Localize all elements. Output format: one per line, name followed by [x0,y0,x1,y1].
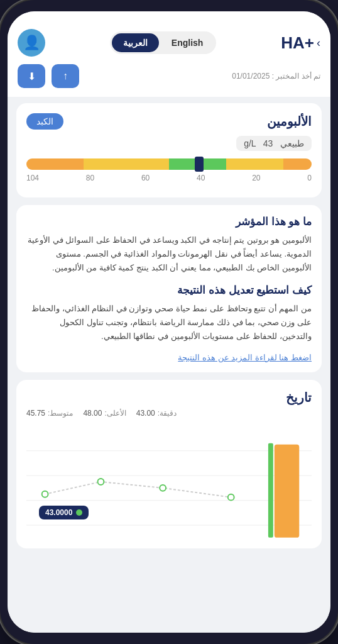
max-value: 48.00 [83,409,102,418]
share-icon: ↑ [63,70,68,82]
stat-min: دقيقة: 43.00 [136,409,177,418]
language-toggle: العربية English [110,31,217,54]
how-modify-text: من المهم أن تتبع وتحافظ على نمط حياة صحي… [26,302,312,343]
tooltip-dot [76,509,82,516]
what-indicator-text: الألبومين هو بروتين يتم إنتاجه في الكبد … [26,233,312,275]
header: 👤 العربية English HA+ ‹ [8,24,330,64]
info-card: ما هو هذا المؤشر الألبومين هو بروتين يتم… [16,205,322,372]
read-more-link[interactable]: اضغط هنا لقراءة المزيد عن هذه النتيجة [26,353,312,362]
action-buttons: ⬇ ↑ [18,64,79,88]
albumin-title: الألبومين [267,114,312,129]
svg-point-6 [98,479,104,485]
main-content: الكبد الألبومين طبيعي g/L 43 [8,97,330,633]
range-container: 0 20 40 60 80 104 [26,158,312,182]
range-segment-high [283,158,312,170]
avg-label: متوسط: [48,409,73,418]
chart-svg [26,425,312,538]
download-icon: ⬇ [28,70,36,82]
range-label-20: 20 [252,174,260,182]
max-label: الأعلى: [104,409,126,418]
range-indicator [195,157,204,172]
stat-avg: متوسط: 45.75 [26,409,73,418]
albumin-card: الكبد الألبومين طبيعي g/L 43 [16,103,322,197]
albumin-value-badge: طبيعي g/L 43 [236,136,312,151]
min-label: دقيقة: [158,409,177,418]
liver-badge: الكبد [26,113,63,130]
albumin-value-row: طبيعي g/L 43 [26,136,312,151]
download-button[interactable]: ⬇ [18,64,45,88]
history-chart: 43.0000 [26,425,312,538]
svg-point-7 [160,484,166,491]
albumin-header: الكبد الألبومين [26,113,312,130]
albumin-value: 43 [263,138,273,148]
app-title-area: HA+ ‹ [281,33,320,53]
range-label-104: 104 [26,174,39,182]
phone-frame: 👤 العربية English HA+ ‹ ⬇ ↑ [0,0,338,644]
svg-rect-9 [268,443,273,537]
history-title: تاريخ [26,390,312,405]
range-label-80: 80 [86,174,94,182]
chart-tooltip: 43.0000 [39,506,89,519]
history-stats: دقيقة: 43.00 الأعلى: 48.00 متوسط: 45.75 [26,409,312,418]
range-label-40: 40 [197,174,205,182]
status-bar [8,11,330,24]
svg-point-5 [42,491,48,497]
history-card: تاريخ دقيقة: 43.00 الأعلى: 48.00 متوسط: … [16,380,322,548]
date-label: تم أخذ المختبر : 01/01/2025 [232,72,320,80]
stat-max: الأعلى: 48.00 [83,409,126,418]
range-label-0: 0 [307,174,312,182]
english-lang-button[interactable]: English [160,33,215,52]
albumin-unit: g/L [244,138,256,148]
range-bar [26,158,312,170]
how-modify-title: كيف استطيع تعديل هذه النتيجة [26,284,312,297]
svg-point-8 [228,494,234,500]
albumin-normal-label: طبيعي [280,138,304,148]
app-title: HA+ [281,33,314,53]
svg-rect-4 [275,444,299,537]
action-row: ⬇ ↑ تم أخذ المختبر : 01/01/2025 [8,64,330,97]
range-labels: 0 20 40 60 80 104 [26,174,312,182]
phone-screen: 👤 العربية English HA+ ‹ ⬇ ↑ [8,11,330,633]
what-indicator-title: ما هو هذا المؤشر [26,215,312,228]
arabic-lang-button[interactable]: العربية [112,33,159,52]
tooltip-value: 43.0000 [45,508,72,517]
min-value: 43.00 [136,409,155,418]
back-chevron-icon[interactable]: ‹ [317,36,320,50]
avatar[interactable]: 👤 [18,29,45,57]
range-segment-low [26,158,84,170]
share-button[interactable]: ↑ [52,64,79,88]
avg-value: 45.75 [26,409,45,418]
range-label-60: 60 [141,174,150,182]
range-segment-above-normal [226,158,283,170]
range-segment-below-normal [84,158,169,170]
